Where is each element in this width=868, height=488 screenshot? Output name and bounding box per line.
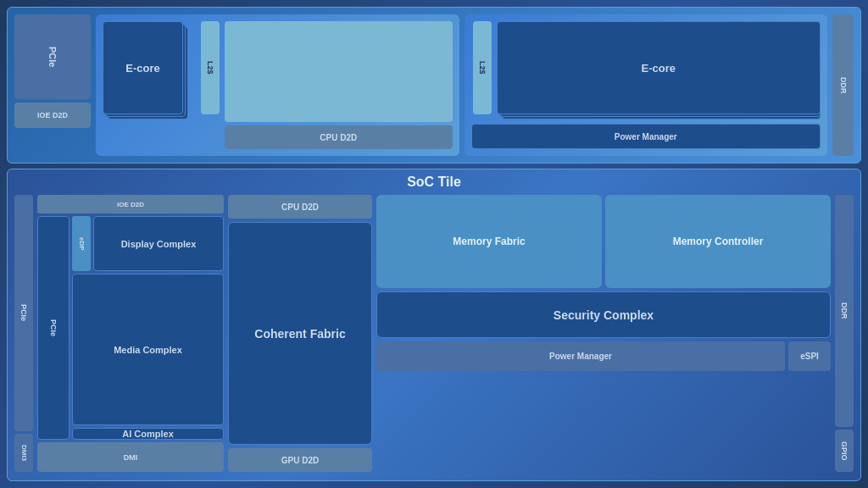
pcie-soc: PCIe [37,216,70,440]
security-complex: Security Complex [376,291,831,338]
ddr-top: DDR [832,14,854,156]
ecore-group: E-core L2$ [103,21,220,149]
power-manager-soc: Power Manager [376,341,785,371]
top-left: PCIe IOE D2D [14,14,91,156]
media-complex: Media Complex [72,274,224,425]
right-bottom-row: Power Manager eSPI [376,341,831,371]
soc-tile-label: SoC Tile [14,175,854,190]
right-top-row: Memory Fabric Memory Controller [376,195,831,288]
top-section: PCIe IOE D2D E-core L2$ CPU D2D [7,7,861,164]
l2s-block: L2$ [201,21,220,114]
gpio-bar: GPIO [835,430,854,472]
diagram-container: PCIe IOE D2D E-core L2$ CPU D2D [0,0,868,488]
memory-fabric: Memory Fabric [376,195,602,288]
p-core-area [225,21,453,122]
ioe-d2d-top: IOE D2D [14,103,91,128]
pcie-outer-bar: PCIe [14,195,33,431]
top-center-left: E-core L2$ CPU D2D [96,14,459,156]
cpu-d2d-soc: CPU D2D [228,195,372,219]
cpu-d2d-top: CPU D2D [225,125,453,149]
l2s-right: L2$ [473,21,492,114]
pcie-block-top: PCIe [14,14,91,99]
power-manager-top: Power Manager [471,124,821,149]
bottom-section: SoC Tile PCIe DMI3 IOE D2D PCIe eDP Dis [7,169,861,481]
ioe-d2d-soc: IOE D2D [37,195,224,214]
coherent-fabric: Coherent Fabric [228,222,372,445]
espi-block: eSPI [788,341,831,371]
gpu-d2d-soc: GPU D2D [228,448,372,472]
ecore-card-front: E-core [103,21,183,114]
dmi-block: DMI [37,442,224,472]
bottom-content: PCIe DMI3 IOE D2D PCIe eDP Display Compl… [14,195,854,472]
display-complex: Display Complex [93,216,224,271]
memory-controller: Memory Controller [605,195,831,288]
ddr-bar: DDR [835,195,854,427]
edp-block: eDP [72,216,91,271]
ai-complex: AI Complex [72,428,224,440]
center-col: CPU D2D Coherent Fabric GPU D2D [228,195,372,472]
right-section: Memory Fabric Memory Controller Security… [376,195,831,472]
ecore-stack: E-core [103,21,196,127]
dmi3-bar: DMI3 [14,434,33,472]
ecore-right: E-core [497,21,821,114]
